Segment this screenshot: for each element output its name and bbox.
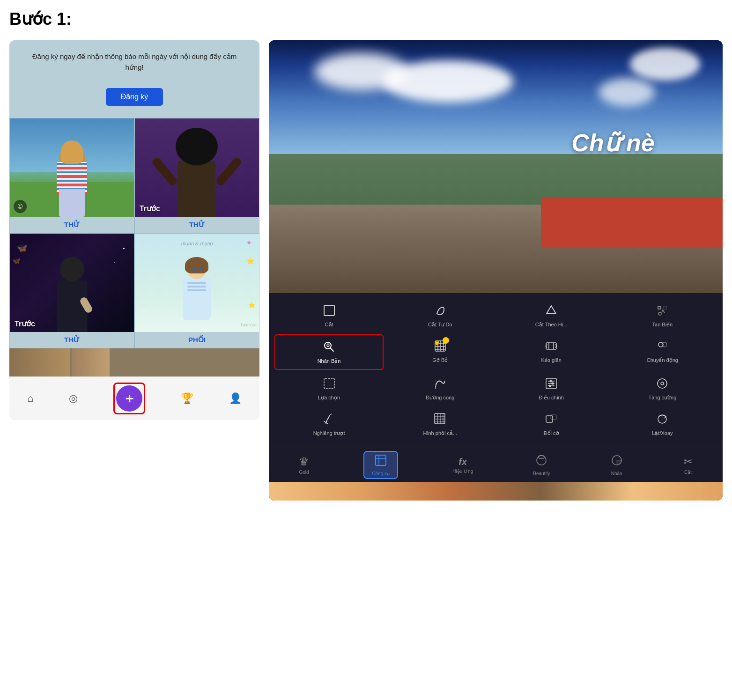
- tool-cat-theo-hi[interactable]: Cắt Theo Hi...: [496, 299, 606, 332]
- trophy-icon: 🏆: [181, 392, 193, 405]
- body-2: [178, 161, 215, 217]
- tool-keo-gian[interactable]: Kéo giãn: [496, 334, 606, 370]
- figure-2: [171, 125, 222, 217]
- photo-preview: Chữ nè: [269, 40, 723, 293]
- image-cell-4: тиап & тиэр ✦ ⭐ ⭐: [134, 233, 259, 348]
- svg-point-25: [552, 383, 554, 385]
- tool-doi-co-label: Đổi cỡ: [544, 430, 559, 436]
- badge-dot: [443, 337, 449, 344]
- crop-icon: [322, 303, 336, 320]
- tool-cat-tu-do[interactable]: Cắt Tự Do: [385, 299, 495, 332]
- star-1: [123, 248, 125, 249]
- tool-cat[interactable]: Cắt: [274, 299, 384, 332]
- free-crop-icon: [433, 303, 447, 320]
- enhance-icon: [655, 376, 669, 393]
- dress-detail-3: [187, 289, 206, 291]
- crop-tab-icon: [374, 454, 387, 470]
- nav-profile[interactable]: 👤: [229, 392, 242, 405]
- try-link-1[interactable]: THỬ: [10, 217, 134, 233]
- try-link-2[interactable]: THỬ: [135, 217, 259, 233]
- plus-icon: ＋: [123, 390, 136, 407]
- tool-hinh-phoi-ca-label: Hình phối cả...: [423, 430, 457, 436]
- tool-tang-cuong-label: Tăng cường: [648, 395, 676, 401]
- try-link-3[interactable]: THỬ: [10, 332, 134, 348]
- tool-lat-xoay[interactable]: Lật/Xoay: [608, 407, 717, 441]
- tab-beautify-label: Beautify: [533, 471, 550, 476]
- tool-grid: Cắt Cắt Tự Do Cắt Theo Hi...: [269, 293, 723, 447]
- tool-lua-chon-label: Lựa chọn: [318, 395, 340, 401]
- image-box-4: тиап & тиэр ✦ ⭐ ⭐: [135, 234, 259, 332]
- tool-hinh-phoi-ca[interactable]: Hình phối cả...: [385, 407, 495, 441]
- svg-point-32: [661, 382, 664, 385]
- figure-1: [54, 140, 89, 217]
- right-panel: Chữ nè Cắt Cắt Tự Do: [269, 40, 723, 501]
- tab-beautify[interactable]: Beautify: [527, 454, 555, 476]
- tool-cat-theo-hi-label: Cắt Theo Hi...: [535, 322, 568, 328]
- eye-right: [199, 268, 201, 271]
- tab-hieu-ung[interactable]: fx Hiệu Ứng: [447, 457, 479, 474]
- image-cell-1: © THỬ: [9, 118, 134, 233]
- partial-thumb-2: [72, 348, 110, 376]
- svg-line-3: [330, 348, 333, 351]
- tool-go-bo[interactable]: Gỡ Bỏ: [385, 334, 495, 370]
- hair-2: [176, 128, 218, 165]
- image-box-2: Trước: [135, 118, 259, 217]
- home-icon: ⌂: [27, 392, 33, 405]
- tool-doi-co[interactable]: Đổi cỡ: [496, 407, 606, 441]
- fx-icon: fx: [458, 457, 467, 467]
- image-box-3: 🦋 🦋: [10, 234, 134, 332]
- cloud-2: [382, 60, 513, 103]
- tab-nhan[interactable]: Nhãn: [605, 454, 629, 476]
- tool-tan-bien-label: Tan Biến: [652, 322, 673, 328]
- tool-dieu-chinh[interactable]: Điều chỉnh: [496, 372, 606, 405]
- nav-trophy[interactable]: 🏆: [181, 392, 193, 405]
- tool-cat-label: Cắt: [325, 322, 333, 328]
- svg-rect-48: [539, 456, 544, 458]
- tab-hieu-ung-label: Hiệu Ứng: [452, 469, 473, 474]
- svg-rect-0: [324, 305, 334, 316]
- eye-left: [193, 268, 196, 271]
- create-button[interactable]: ＋: [116, 385, 142, 412]
- tool-cat-tu-do-label: Cắt Tự Do: [428, 322, 452, 328]
- slant-icon: [322, 412, 336, 428]
- jeans-1: [59, 189, 85, 217]
- partial-row: [9, 348, 259, 376]
- butterfly-2: 🦋: [12, 257, 20, 265]
- partial-thumb-1: [9, 348, 70, 376]
- tool-tan-bien[interactable]: Tan Biến: [608, 299, 717, 332]
- profile-icon: 👤: [229, 392, 242, 405]
- sparkle-1: ✦: [246, 238, 252, 247]
- tab-gold[interactable]: ♛ Gold: [293, 455, 315, 475]
- image-grid: © THỬ: [9, 118, 259, 348]
- phoi-link-4[interactable]: PHỐI: [135, 332, 259, 348]
- image-box-1: ©: [10, 118, 134, 217]
- image-cell-3: 🦋 🦋: [9, 233, 134, 348]
- tool-chuyen-dong[interactable]: Chuyển động: [608, 334, 717, 370]
- tool-keo-gian-label: Kéo giãn: [541, 357, 561, 363]
- tab-cong-cu[interactable]: Công cụ: [363, 451, 398, 479]
- svg-rect-13: [546, 343, 556, 349]
- nav-explore[interactable]: ◎: [69, 392, 78, 405]
- tab-cat[interactable]: ✂ Cắt: [678, 455, 698, 475]
- tool-nhan-ban[interactable]: Nhân Bản: [274, 334, 384, 370]
- scissors-icon: ✂: [683, 455, 693, 468]
- anime-hair: [185, 257, 208, 273]
- svg-point-12: [436, 342, 438, 344]
- bottom-nav: ⌂ ◎ ＋ 🏆 👤: [9, 376, 259, 420]
- bottom-tabs: ♛ Gold Công cụ fx Hiệu Ứng: [269, 447, 723, 482]
- register-button[interactable]: Đăng ký: [106, 88, 163, 106]
- nav-home[interactable]: ⌂: [27, 392, 33, 405]
- select-icon: [322, 376, 336, 393]
- emoji-1: ⭐: [246, 257, 254, 265]
- tool-duong-cong[interactable]: Đường cong: [385, 372, 495, 405]
- chu-ne-text: Chữ nè: [571, 129, 654, 157]
- motion-icon: [655, 339, 669, 355]
- tool-tang-cuong[interactable]: Tăng cường: [608, 372, 717, 405]
- image-label-3: Trước: [15, 319, 35, 328]
- bottom-text-4: Тиam не: [240, 323, 257, 327]
- svg-rect-18: [324, 378, 334, 389]
- plus-btn-wrapper: ＋: [113, 383, 145, 414]
- tool-nghieng-truot[interactable]: Nghiêng trượt: [274, 407, 384, 441]
- tool-lua-chon[interactable]: Lựa chọn: [274, 372, 384, 405]
- circular-icon-1: ©: [14, 200, 27, 213]
